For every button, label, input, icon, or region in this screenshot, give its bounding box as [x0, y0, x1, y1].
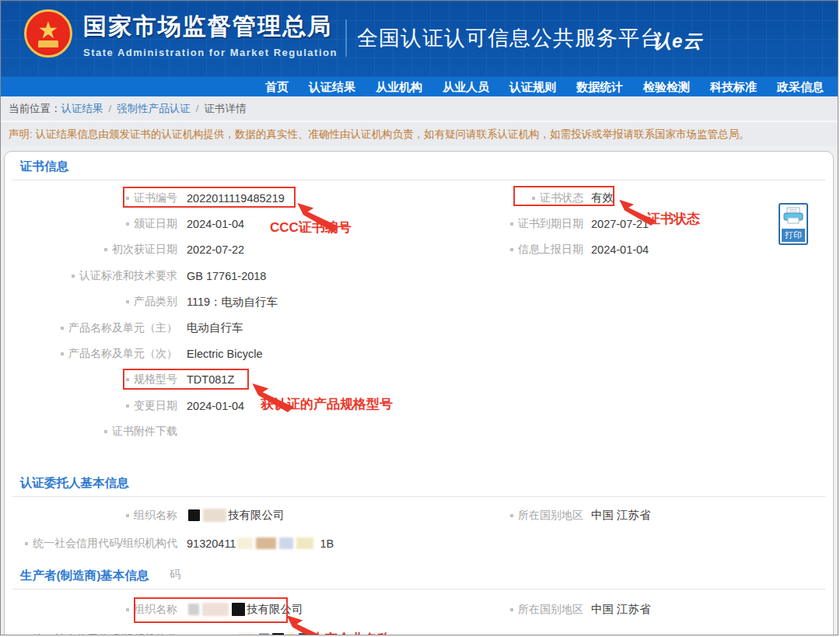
field-row-manufacturer-credit-code: 统一社会信用代码/组织机构代 91320411 1B: [5, 625, 833, 635]
nav-item-tech-standards[interactable]: 科技标准: [710, 77, 757, 96]
detail-card: 打印 证书信息 证书编号 2022011119485219 CCC证书编号 颁证…: [4, 151, 834, 635]
bullet-icon: [126, 514, 129, 517]
bullet-icon: [126, 222, 129, 226]
print-button[interactable]: 打印: [779, 203, 808, 245]
bullet-icon: [510, 222, 513, 226]
manufacturer-section-header: 生产者(制造商)基本信息 码: [5, 561, 833, 589]
platform-title: 全国认证认可信息公共服务平台: [357, 24, 662, 52]
field-value: 电动自行车: [187, 320, 243, 335]
breadcrumb-link-ccc[interactable]: 强制性产品认证: [117, 102, 191, 116]
field-row-product-name-sub: 产品名称及单元（次） Electric Bicycle: [5, 341, 833, 366]
nav-item-home[interactable]: 首页: [265, 77, 289, 96]
bullet-icon: [61, 352, 64, 355]
certificate-section-title: 证书信息: [20, 159, 68, 175]
redaction-block: [287, 633, 296, 635]
disclaimer-text: 声明: 认证结果信息由颁发证书的认证机构提供，数据的真实性、准确性由认证机构负责…: [9, 128, 750, 142]
field-row-applicant-region: 所在国别地区 中国 江苏省: [492, 502, 825, 530]
bullet-icon: [126, 404, 129, 408]
manufacturer-section-title: 生产者(制造商)基本信息: [20, 568, 149, 584]
redaction-block: [299, 633, 309, 635]
site-header: ★ 国家市场监督管理总局 State Administration for Ma…: [1, 1, 838, 77]
redaction-block: [188, 604, 199, 615]
field-row-product-category: 产品类别 1119：电动自行车: [5, 289, 833, 315]
page: ★ 国家市场监督管理总局 State Administration for Ma…: [0, 0, 838, 635]
field-row-cert-status: 证书状态 有效 证书状态: [492, 185, 825, 211]
field-label: 所在国别地区: [518, 509, 583, 523]
field-label: 组织名称: [134, 509, 177, 523]
annotation-label-model: 获认证的产品规格型号: [261, 395, 393, 413]
bullet-icon: [104, 248, 107, 251]
field-label: 证书到期日期: [518, 217, 583, 231]
field-value-prefix: 91320411: [187, 537, 236, 550]
redaction-block: [237, 537, 253, 549]
field-value: TDT081Z: [187, 373, 234, 386]
applicant-section-title: 认证委托人基本信息: [20, 475, 129, 492]
field-value: 2024-01-04: [591, 243, 649, 256]
field-row-report-date: 信息上报日期 2024-01-04: [492, 237, 825, 263]
field-value: 2024-01-04: [187, 218, 244, 230]
certificate-fields-right: 证书状态 有效 证书状态 证书到期日期 2027-07-21 信息上报日期 20…: [492, 185, 825, 263]
bullet-icon: [126, 608, 129, 611]
field-label: 证书附件下载: [112, 425, 177, 439]
bullet-icon: [72, 275, 75, 278]
field-value: 技有限公司: [247, 602, 303, 617]
header-divider: [345, 19, 347, 57]
field-label: 所在国别地区: [518, 603, 583, 617]
field-label: 信息上报日期: [518, 243, 583, 257]
breadcrumb-prefix: 当前位置：: [9, 102, 61, 116]
field-row-model: 规格型号 TDT081Z 获认证的产品规格型号: [5, 367, 833, 393]
breadcrumb-separator: /: [196, 103, 199, 114]
print-button-label: 打印: [782, 229, 805, 242]
nav-item-statistics[interactable]: 数据统计: [576, 77, 623, 96]
redaction-block: [237, 633, 256, 635]
redaction-block: [296, 537, 313, 549]
field-label: 颁证日期: [134, 217, 177, 231]
field-value-suffix: 1B: [320, 537, 334, 550]
field-label: 认证标准和技术要求: [79, 269, 177, 283]
nav-item-agencies[interactable]: 从业机构: [376, 77, 422, 96]
field-row-attachment-download: 证书附件下载: [5, 419, 833, 445]
field-label: 规格型号: [134, 373, 177, 387]
nav-item-cert-rules[interactable]: 认证规则: [509, 77, 556, 96]
field-label: 统一社会信用代码/组织机构代: [33, 537, 177, 551]
field-value-prefix: 91320411: [187, 633, 236, 635]
breadcrumb: 当前位置： 认证结果 / 强制性产品认证 / 证书详情: [1, 96, 838, 122]
certificate-fields: 证书编号 2022011119485219 CCC证书编号 颁证日期 2024-…: [5, 180, 833, 445]
field-value: 中国 江苏省: [591, 602, 651, 617]
field-value: 2022011119485219: [187, 192, 285, 205]
field-label: 组织名称: [134, 603, 177, 617]
breadcrumb-current: 证书详情: [205, 102, 247, 116]
annotation-label-cert-no: CCC证书编号: [270, 219, 352, 236]
nav-item-inspection[interactable]: 检验检测: [643, 77, 690, 96]
redaction-block: [272, 633, 284, 635]
redaction-block: [259, 633, 269, 635]
bullet-icon: [126, 300, 129, 303]
field-value: 2024-01-04: [187, 400, 244, 412]
field-row-applicant-credit-code: 统一社会信用代码/组织机构代 91320411 1B: [5, 530, 833, 558]
main-nav: 首页 认证结果 从业机构 从业人员 认证规则 数据统计 检验检测 科技标准 政采…: [1, 77, 838, 96]
field-row-manufacturer-region: 所在国别地区 中国 江苏省: [492, 594, 825, 625]
field-value: 2022-07-22: [187, 243, 244, 256]
breadcrumb-link-cert-results[interactable]: 认证结果: [61, 102, 103, 116]
redaction-block: [188, 509, 200, 521]
wrapped-label-char: 码: [170, 568, 180, 582]
field-label: 证书编号: [134, 191, 177, 205]
field-label: 产品类别: [134, 295, 177, 309]
field-row-change-date: 变更日期 2024-01-04: [5, 393, 833, 418]
bullet-icon: [126, 197, 129, 200]
field-label: 统一社会信用代码/组织机构代: [33, 632, 177, 635]
org-title-block: 国家市场监督管理总局 State Administration for Mark…: [83, 11, 338, 58]
applicant-fields-right: 所在国别地区 中国 江苏省: [492, 502, 825, 530]
nav-item-practitioners[interactable]: 从业人员: [443, 77, 489, 96]
field-value: GB 17761-2018: [187, 270, 266, 282]
applicant-fields: 组织名称 技有限公司 统一社会信用代码/组织机构代 91320411 1B: [5, 497, 833, 558]
redaction-block: [202, 603, 229, 616]
redaction-block: [256, 537, 276, 549]
bullet-icon: [61, 327, 64, 330]
disclaimer-bar: 声明: 认证结果信息由颁发证书的认证机构提供，数据的真实性、准确性由认证机构负责…: [1, 122, 838, 146]
nav-item-cert-results[interactable]: 认证结果: [309, 77, 355, 96]
breadcrumb-separator: /: [109, 103, 112, 114]
field-value: 技有限公司: [228, 508, 285, 523]
bullet-icon: [104, 430, 107, 433]
nav-item-procurement[interactable]: 政采信息: [777, 77, 824, 96]
